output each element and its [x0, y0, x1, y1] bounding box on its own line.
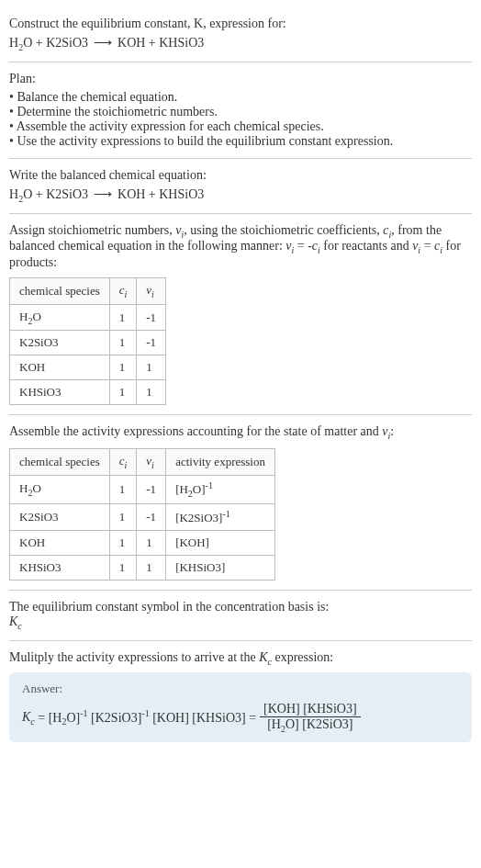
table-row: KHSiO3 1 1 [KHSiO3]	[10, 556, 275, 581]
answer-numerator: [KOH] [KHSiO3]	[260, 702, 361, 717]
plan-item: Assemble the activity expression for eac…	[9, 119, 472, 134]
table-cell: H2O	[10, 304, 110, 331]
table-header: ci	[109, 449, 137, 476]
table-cell: 1	[109, 475, 137, 503]
multiply-line: Mulitply the activity expressions to arr…	[9, 650, 472, 667]
table-header: νi	[137, 278, 166, 305]
plan-item: Determine the stoichiometric numbers.	[9, 105, 472, 119]
table-cell: KOH	[10, 355, 110, 380]
table-cell: 1	[137, 556, 166, 581]
table-row: H2O 1 -1	[10, 304, 166, 331]
table-cell: 1	[109, 304, 137, 331]
table-header: ci	[109, 278, 137, 305]
balanced-section: Write the balanced chemical equation: H2…	[9, 159, 472, 214]
table-cell: 1	[137, 355, 166, 380]
stoich-table: chemical species ci νi H2O 1 -1 K2SiO3 1…	[9, 277, 166, 405]
table-cell: 1	[137, 531, 166, 556]
table-row: K2SiO3 1 -1 [K2SiO3]-1	[10, 503, 275, 530]
answer-box: Answer: Kc = [H2O]-1 [K2SiO3]-1 [KOH] [K…	[9, 672, 472, 743]
plan-item: Use the activity expressions to build th…	[9, 134, 472, 149]
symbol-line1: The equilibrium constant symbol in the c…	[9, 600, 472, 614]
table-cell: KHSiO3	[10, 380, 110, 405]
table-cell: 1	[109, 380, 137, 405]
table-cell: 1	[109, 503, 137, 530]
table-cell: KHSiO3	[10, 556, 110, 581]
stoich-section: Assign stoichiometric numbers, νi, using…	[9, 214, 472, 416]
table-row: KHSiO3 1 1	[10, 380, 166, 405]
table-cell: -1	[137, 331, 166, 355]
table-cell: K2SiO3	[10, 331, 110, 355]
activity-section: Assemble the activity expressions accoun…	[9, 415, 472, 591]
answer-denominator: [H2O] [K2SiO3]	[260, 717, 361, 734]
table-header: chemical species	[10, 278, 110, 305]
table-cell: KOH	[10, 531, 110, 556]
table-header-row: chemical species ci νi activity expressi…	[10, 449, 275, 476]
title-line1: Construct the equilibrium constant, K, e…	[9, 17, 286, 30]
table-cell: [KHSiO3]	[166, 556, 275, 581]
answer-fraction: [KOH] [KHSiO3] [H2O] [K2SiO3]	[260, 702, 361, 734]
activity-intro: Assemble the activity expressions accoun…	[9, 424, 472, 441]
table-cell: H2O	[10, 475, 110, 503]
table-cell: [H2O]-1	[166, 475, 275, 503]
table-cell: -1	[137, 503, 166, 530]
table-cell: -1	[137, 475, 166, 503]
title-section: Construct the equilibrium constant, K, e…	[9, 7, 472, 62]
activity-table: chemical species ci νi activity expressi…	[9, 448, 275, 581]
table-header: activity expression	[166, 449, 275, 476]
plan-list: Balance the chemical equation. Determine…	[9, 90, 472, 149]
balanced-header: Write the balanced chemical equation:	[9, 168, 472, 183]
answer-lhs: Kc = [H2O]-1 [K2SiO3]-1 [KOH] [KHSiO3] =	[22, 708, 256, 727]
table-cell: 1	[109, 355, 137, 380]
multiply-section: Mulitply the activity expressions to arr…	[9, 641, 472, 752]
table-cell: 1	[109, 556, 137, 581]
table-cell: -1	[137, 304, 166, 331]
table-cell: [KOH]	[166, 531, 275, 556]
table-cell: 1	[109, 531, 137, 556]
table-row: KOH 1 1	[10, 355, 166, 380]
table-cell: K2SiO3	[10, 503, 110, 530]
answer-expression: Kc = [H2O]-1 [K2SiO3]-1 [KOH] [KHSiO3] =…	[22, 702, 459, 734]
symbol-kc: Kc	[9, 614, 472, 631]
answer-label: Answer:	[22, 682, 459, 696]
table-row: KOH 1 1 [KOH]	[10, 531, 275, 556]
table-row: H2O 1 -1 [H2O]-1	[10, 475, 275, 503]
table-header: νi	[137, 449, 166, 476]
table-header-row: chemical species ci νi	[10, 278, 166, 305]
plan-header: Plan:	[9, 72, 472, 86]
table-header: chemical species	[10, 449, 110, 476]
table-cell: 1	[137, 380, 166, 405]
table-row: K2SiO3 1 -1	[10, 331, 166, 355]
balanced-equation: H2O + K2SiO3⟶KOH + KHSiO3	[9, 186, 472, 204]
stoich-intro: Assign stoichiometric numbers, νi, using…	[9, 223, 472, 271]
table-cell: [K2SiO3]-1	[166, 503, 275, 530]
symbol-section: The equilibrium constant symbol in the c…	[9, 591, 472, 641]
table-cell: 1	[109, 331, 137, 355]
title-text: Construct the equilibrium constant, K, e…	[9, 17, 472, 31]
plan-section: Plan: Balance the chemical equation. Det…	[9, 62, 472, 159]
main-equation: H2O + K2SiO3⟶KOH + KHSiO3	[9, 35, 472, 52]
plan-item: Balance the chemical equation.	[9, 90, 472, 105]
